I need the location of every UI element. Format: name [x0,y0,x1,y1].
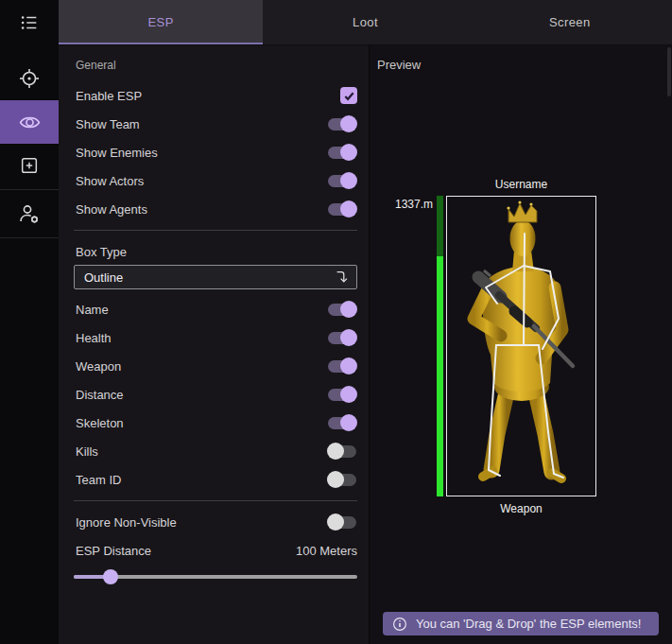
show-actors-toggle[interactable] [328,175,356,187]
toggle-knob [340,301,357,318]
preview-title: Preview [377,58,421,72]
character-preview-figure [446,196,596,496]
tab-bar: ESP Loot Screen [59,0,672,45]
show-agents-toggle[interactable] [328,203,356,216]
kills-row: Kills [74,437,357,465]
team-id-toggle[interactable] [328,474,356,486]
divider [74,500,357,501]
enable-esp-row: Enable ESP [74,81,357,110]
ignore-non-visible-label: Ignore Non-Visible [74,515,177,530]
preview-panel: Preview Username 1337.m [369,45,672,644]
tab-screen-label: Screen [549,15,591,29]
weapon-toggle[interactable] [328,360,356,373]
sidebar-item-aimbot[interactable] [0,57,59,100]
toggle-knob [340,144,357,161]
tab-esp[interactable]: ESP [59,0,263,44]
esp-username-element[interactable]: Username [446,178,596,191]
tab-screen[interactable]: Screen [468,0,672,44]
skeleton-toggle[interactable] [328,417,356,429]
esp-weapon-element[interactable]: Weapon [446,502,596,515]
health-bar-depleted [437,196,443,256]
esp-distance-label: ESP Distance [74,544,151,558]
check-icon [343,90,355,102]
toggle-knob [327,443,344,460]
toggle-knob [340,357,357,374]
eye-icon [18,111,42,134]
show-team-toggle[interactable] [328,118,356,131]
toggle-knob [340,329,357,346]
esp-distance-value: 100 Meters [294,544,357,558]
esp-health-bar[interactable] [437,196,443,496]
dropdown-arrow-icon [334,269,351,286]
esp-distance-slider[interactable] [74,565,357,589]
tab-esp-label: ESP [148,15,174,29]
name-toggle[interactable] [328,304,356,316]
name-label: Name [74,303,109,317]
skeleton-label: Skeleton [74,416,124,430]
show-agents-label: Show Agents [74,202,147,217]
toggle-knob [327,471,344,488]
health-label: Health [74,331,112,345]
sidebar-divider [0,189,59,190]
distance-label: Distance [74,388,124,402]
add-box-icon [19,155,40,176]
toggle-knob [340,200,357,218]
kills-toggle[interactable] [328,445,356,458]
weapon-row: Weapon [74,352,357,380]
crosshair-icon [18,67,41,90]
section-title: General [74,45,357,81]
name-row: Name [74,295,357,323]
show-enemies-toggle[interactable] [328,147,356,159]
health-row: Health [74,323,357,352]
toggle-knob [340,115,357,132]
divider [74,230,357,231]
toggle-knob [327,513,344,531]
show-actors-label: Show Actors [74,174,144,188]
distance-toggle[interactable] [328,389,356,401]
toggle-knob [340,414,357,431]
skeleton-row: Skeleton [74,409,357,437]
box-type-select[interactable]: Outline [74,265,357,289]
show-team-label: Show Team [74,117,140,131]
toggle-knob [340,386,357,403]
crown [507,200,537,222]
enable-esp-checkbox[interactable] [340,87,357,104]
kills-label: Kills [74,444,98,459]
ignore-non-visible-toggle[interactable] [328,516,356,529]
weapon-label: Weapon [74,359,121,374]
show-team-row: Show Team [74,110,357,138]
hint-banner-text: You can 'Drag & Drop' the ESP elements! [416,617,641,631]
show-enemies-label: Show Enemies [74,146,158,160]
sidebar-item-add[interactable] [0,144,59,187]
show-enemies-row: Show Enemies [74,138,357,166]
slider-knob[interactable] [103,569,118,584]
person-gear-icon [18,202,41,225]
box-type-value: Outline [84,270,123,285]
toggle-knob [340,172,357,189]
sidebar-item-esp[interactable] [0,100,59,144]
hint-banner: You can 'Drag & Drop' the ESP elements! [383,612,659,635]
team-id-label: Team ID [74,473,121,487]
ignore-non-visible-row: Ignore Non-Visible [74,508,357,536]
show-agents-row: Show Agents [74,195,357,223]
sidebar-item-menu[interactable] [0,0,59,45]
scrollbar-thumb[interactable] [667,47,671,96]
settings-panel: General Enable ESP Show Team Show Enemie… [59,45,369,644]
health-bar-remaining [437,256,443,496]
app-window: ESP Loot Screen General Enable ESP Show … [0,0,672,644]
info-icon [392,617,407,632]
tab-loot[interactable]: Loot [263,0,467,44]
tab-loot-label: Loot [353,15,378,29]
show-actors-row: Show Actors [74,166,357,195]
team-id-row: Team ID [74,465,357,494]
esp-distance-element[interactable]: 1337.m [379,198,433,211]
box-type-label: Box Type [74,237,357,265]
sidebar-item-players[interactable] [0,192,59,235]
sidebar-divider [0,237,59,238]
menu-list-icon [19,12,40,33]
health-toggle[interactable] [328,332,356,344]
esp-distance-row: ESP Distance 100 Meters [74,536,357,565]
distance-row: Distance [74,380,357,409]
sidebar [0,0,59,644]
enable-esp-label: Enable ESP [74,89,142,103]
